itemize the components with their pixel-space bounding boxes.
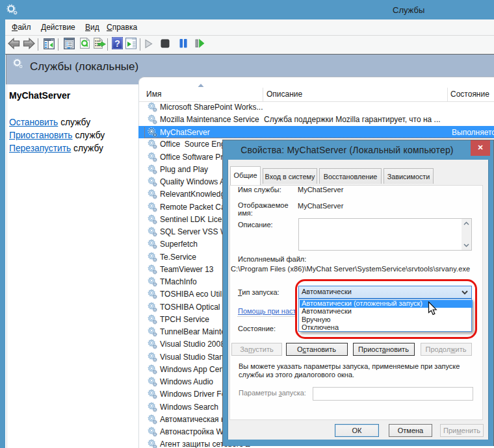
svg-text:?: ?: [114, 38, 120, 49]
